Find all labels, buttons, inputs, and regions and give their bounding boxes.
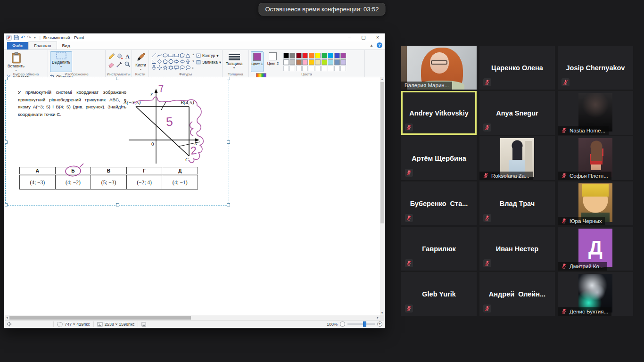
- palette-swatch[interactable]: [340, 59, 346, 65]
- arrow-up-shape-icon[interactable]: [185, 58, 190, 65]
- restore-button[interactable]: ▢: [356, 33, 371, 41]
- participant-tile[interactable]: Nastia Home...: [558, 91, 633, 135]
- arrow-down-shape-icon[interactable]: [151, 65, 157, 71]
- participant-tile[interactable]: Andrey Vitkovskiy: [401, 91, 477, 135]
- callout-ellipse-shape-icon[interactable]: [179, 65, 185, 71]
- palette-swatch[interactable]: [309, 59, 314, 65]
- participant-tile[interactable]: Влад Трач: [479, 181, 555, 225]
- star-5-shape-icon[interactable]: [162, 65, 168, 71]
- palette-swatch[interactable]: [283, 59, 289, 65]
- participant-tile[interactable]: Anya Snegur: [479, 91, 555, 135]
- palette-swatch[interactable]: [315, 59, 321, 65]
- participant-tile[interactable]: Josip Chernyakov: [558, 46, 633, 90]
- participant-tile[interactable]: Гаврилюк: [401, 227, 477, 271]
- star-6-shape-icon[interactable]: [168, 65, 173, 71]
- participant-tile[interactable]: Юра Черных: [558, 181, 633, 225]
- horizontal-scrollbar[interactable]: ◄►: [5, 315, 380, 320]
- zoom-slider-thumb[interactable]: [363, 321, 366, 327]
- palette-swatch[interactable]: [309, 53, 314, 58]
- palette-swatch[interactable]: [289, 53, 295, 58]
- palette-swatch-empty[interactable]: [340, 66, 346, 71]
- color2-button[interactable]: Цвет 2: [266, 51, 279, 72]
- palette-swatch[interactable]: [340, 53, 346, 58]
- rounded-rectangle-shape-icon[interactable]: [173, 52, 179, 58]
- palette-swatch-empty[interactable]: [328, 66, 333, 71]
- paste-button[interactable]: Вставить▾: [6, 51, 26, 72]
- fill-button[interactable]: Заливка▾: [196, 59, 221, 65]
- tab-home[interactable]: Главная: [28, 41, 57, 49]
- participant-tile[interactable]: Буберенко Ста...: [401, 181, 477, 225]
- qat-menu-icon[interactable]: ▼: [33, 36, 36, 39]
- zoom-out-button[interactable]: −: [340, 321, 345, 327]
- palette-swatch[interactable]: [334, 59, 340, 65]
- right-triangle-shape-icon[interactable]: [151, 58, 157, 65]
- outline-button[interactable]: Контур▾: [196, 52, 221, 58]
- pentagon-shape-icon[interactable]: [162, 58, 168, 65]
- callout-cloud-shape-icon[interactable]: [185, 65, 190, 71]
- palette-swatch[interactable]: [322, 53, 327, 58]
- palette-swatch-empty[interactable]: [334, 66, 340, 71]
- palette-swatch[interactable]: [296, 53, 302, 58]
- arrow-right-shape-icon[interactable]: [173, 58, 179, 65]
- arrow-left-shape-icon[interactable]: [179, 58, 185, 65]
- line-shape-icon[interactable]: [151, 52, 157, 58]
- shapes-scrollbar[interactable]: ▲▼≡: [192, 51, 195, 71]
- vertical-scrollbar[interactable]: ▲▼: [380, 77, 384, 315]
- participant-tile[interactable]: Валерия Марин...: [401, 46, 477, 90]
- minimize-button[interactable]: –: [342, 33, 356, 41]
- select-button[interactable]: Выделить▾: [50, 51, 72, 72]
- palette-swatch[interactable]: [322, 59, 327, 65]
- participant-tile[interactable]: Артём Щербина: [401, 136, 477, 180]
- palette-swatch[interactable]: [302, 53, 308, 58]
- palette-swatch[interactable]: [302, 59, 308, 65]
- callout-rectangle-shape-icon[interactable]: [173, 65, 179, 71]
- tab-view[interactable]: Вид: [57, 42, 75, 49]
- hexagon-shape-icon[interactable]: [168, 58, 173, 65]
- palette-swatch[interactable]: [296, 59, 302, 65]
- rectangle-shape-icon[interactable]: [168, 52, 173, 58]
- star-4-shape-icon[interactable]: [157, 65, 162, 71]
- palette-swatch-empty[interactable]: [322, 66, 327, 71]
- brushes-button[interactable]: Кисти▾: [134, 51, 148, 72]
- participant-tile[interactable]: ДДмитрий Ко...: [558, 227, 633, 271]
- palette-swatch[interactable]: [283, 53, 289, 58]
- palette-swatch-empty[interactable]: [309, 66, 314, 71]
- triangle-shape-icon[interactable]: [185, 52, 190, 58]
- text-tool-icon[interactable]: A: [124, 52, 131, 60]
- save-icon[interactable]: [14, 35, 19, 40]
- participant-tile[interactable]: Иван Нестер: [479, 227, 555, 271]
- palette-swatch-empty[interactable]: [283, 66, 289, 71]
- color-picker-tool-icon[interactable]: [116, 60, 123, 68]
- tab-file[interactable]: Файл: [7, 42, 28, 49]
- color1-button[interactable]: Цвет 1: [251, 51, 264, 72]
- size-button[interactable]: Толщина▾: [224, 51, 244, 72]
- palette-swatch-empty[interactable]: [289, 66, 295, 71]
- zoom-in-button[interactable]: +: [377, 321, 382, 327]
- palette-swatch-empty[interactable]: [296, 66, 302, 71]
- close-button[interactable]: ×: [371, 33, 385, 41]
- participant-tile[interactable]: Roksolana Za...: [479, 136, 555, 180]
- palette-swatch-empty[interactable]: [315, 66, 321, 71]
- polygon-shape-icon[interactable]: [179, 52, 185, 58]
- palette-swatch[interactable]: [315, 53, 321, 58]
- ellipse-shape-icon[interactable]: [162, 52, 168, 58]
- help-icon[interactable]: ?: [377, 42, 382, 48]
- participant-tile[interactable]: Софья Плетн...: [558, 136, 633, 180]
- curve-shape-icon[interactable]: [157, 52, 162, 58]
- palette-swatch-empty[interactable]: [302, 66, 308, 71]
- collapse-ribbon-icon[interactable]: ▲: [370, 43, 373, 48]
- diamond-shape-icon[interactable]: [157, 58, 162, 65]
- paint-canvas[interactable]: У прямокутній системі координат зображен…: [5, 77, 380, 315]
- palette-swatch[interactable]: [289, 59, 295, 65]
- eraser-tool-icon[interactable]: [107, 60, 115, 68]
- fill-tool-icon[interactable]: [116, 52, 123, 60]
- palette-swatch[interactable]: [328, 53, 333, 58]
- participant-tile[interactable]: Царенко Олена: [479, 46, 555, 90]
- pencil-tool-icon[interactable]: [107, 52, 115, 60]
- paint-titlebar[interactable]: ↶ ↷ ▼ | Безымянный - Paint – ▢ ×: [4, 33, 385, 41]
- magnifier-tool-icon[interactable]: [124, 60, 131, 68]
- palette-swatch[interactable]: [328, 59, 333, 65]
- participant-tile[interactable]: Андрей Олейн...: [479, 272, 555, 316]
- participant-tile[interactable]: Gleb Yurik: [401, 272, 477, 316]
- undo-icon[interactable]: ↶: [21, 35, 25, 40]
